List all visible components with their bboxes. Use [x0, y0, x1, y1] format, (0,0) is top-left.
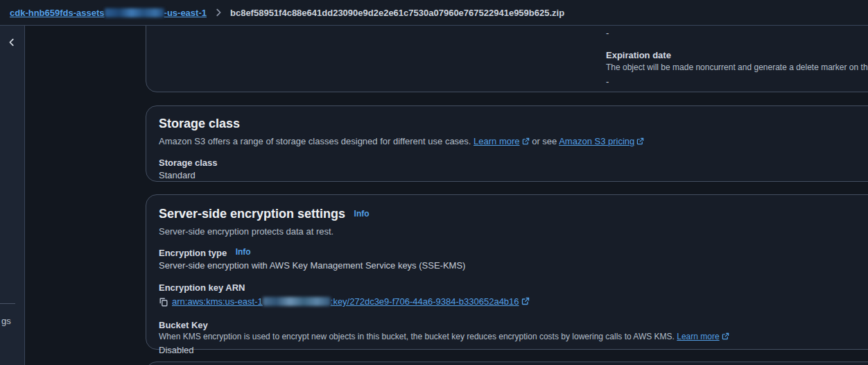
- bucket-key-label: Bucket Key: [159, 319, 868, 332]
- bucket-key-desc-text: When KMS encryption is used to encrypt n…: [159, 332, 677, 341]
- breadcrumb-object-name: bc8ef58951f4c88e641dd23090e9d2e2e61c7530…: [230, 8, 564, 18]
- encryption-type-info-link[interactable]: Info: [236, 247, 251, 257]
- copy-arn-button[interactable]: [159, 297, 168, 307]
- expiration-date-description: The object will be made noncurrent and g…: [606, 62, 868, 73]
- encryption-key-arn-link[interactable]: arn:aws:kms:us-east-1:key/272dc3e9-f706-…: [172, 296, 519, 308]
- breadcrumb-bucket-suffix: -us-east-1: [164, 8, 207, 18]
- external-link-icon: [636, 136, 644, 148]
- storage-desc-middle: or see: [530, 136, 559, 146]
- chevron-left-icon: [7, 37, 17, 47]
- side-panel-strip: gs: [0, 26, 25, 365]
- external-link-icon: [522, 136, 530, 148]
- breadcrumb-separator-icon: [214, 8, 223, 17]
- expiration-column: - Expiration date The object will be mad…: [606, 27, 868, 88]
- encryption-settings-card: Server-side encryption settings Info Ser…: [146, 194, 868, 350]
- breadcrumb-bucket-link[interactable]: cdk-hnb659fds-assets-us-east-1: [10, 8, 207, 18]
- field-empty-value: -: [606, 27, 868, 40]
- encryption-card-description: Server-side encryption protects data at …: [159, 226, 868, 238]
- breadcrumb-bucket-prefix: cdk-hnb659fds-assets: [10, 8, 105, 18]
- breadcrumb-bar: cdk-hnb659fds-assets-us-east-1 bc8ef5895…: [0, 0, 868, 26]
- external-link-icon: [722, 332, 729, 343]
- arn-suffix: :key/272dc3e9-f706-44a6-9384-b330652a4b1…: [331, 296, 519, 307]
- expiration-date-value: -: [606, 76, 868, 88]
- encryption-type-label: Encryption type: [159, 248, 227, 258]
- bucket-key-value: Disabled: [159, 344, 868, 357]
- encryption-card-title: Server-side encryption settings: [159, 207, 345, 221]
- bucket-key-learn-more-link[interactable]: Learn more: [677, 332, 719, 341]
- storage-class-field-value: Standard: [159, 169, 868, 182]
- storage-class-field-label: Storage class: [159, 157, 868, 169]
- next-card-sliver: [146, 362, 868, 365]
- storage-class-description: Amazon S3 offers a range of storage clas…: [159, 135, 868, 148]
- encryption-type-value: Server-side encryption with AWS Key Mana…: [159, 260, 868, 272]
- storage-class-card: Storage class Amazon S3 offers a range o…: [146, 105, 868, 182]
- redacted-account-id: [263, 297, 331, 306]
- storage-class-title: Storage class: [159, 116, 868, 131]
- panel-collapse-button[interactable]: [4, 35, 19, 50]
- arn-prefix: arn:aws:kms:us-east-1: [172, 296, 263, 307]
- s3-pricing-link[interactable]: Amazon S3 pricing: [559, 136, 634, 146]
- bucket-key-description: When KMS encryption is used to encrypt n…: [159, 332, 868, 343]
- side-panel-partial-label: gs: [1, 316, 11, 326]
- external-link-icon: [521, 296, 530, 308]
- side-panel-divider: [0, 303, 15, 304]
- copy-icon: [159, 297, 168, 307]
- redacted-account-id: [105, 8, 164, 17]
- storage-learn-more-link[interactable]: Learn more: [474, 136, 519, 146]
- encryption-title-info-link[interactable]: Info: [354, 209, 370, 219]
- storage-desc-prefix: Amazon S3 offers a range of storage clas…: [159, 136, 474, 146]
- expiration-date-label: Expiration date: [606, 50, 868, 61]
- encryption-key-arn-label: Encryption key ARN: [159, 282, 868, 294]
